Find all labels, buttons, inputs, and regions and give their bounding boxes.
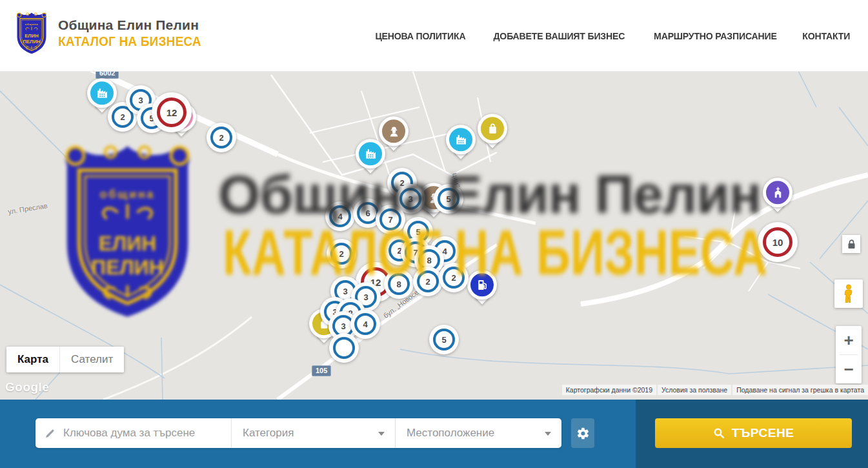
nav-item-add-business[interactable]: ДОБАВЕТЕ ВАШИЯТ БИЗНЕС xyxy=(493,30,625,41)
nav-item-pricing[interactable]: ЦЕНОВА ПОЛИТИКА xyxy=(376,30,466,41)
crest-line2: ПЕЛИН xyxy=(23,39,41,45)
cluster-count: 3 xyxy=(341,321,345,331)
search-panel: Категория Местоположение ТЪРСЕНЕ xyxy=(0,400,868,468)
cluster-count: 5 xyxy=(441,335,446,345)
factory-icon xyxy=(94,85,110,101)
cluster-count: 2 xyxy=(451,273,456,283)
cluster-count: 2 xyxy=(120,112,125,122)
church-pin-marker[interactable] xyxy=(763,178,792,215)
search-submit-button[interactable]: ТЪРСЕНЕ xyxy=(655,418,852,448)
cluster-count: 2 xyxy=(425,277,430,287)
cluster-count: 4 xyxy=(363,320,367,329)
factory-pin-marker[interactable] xyxy=(356,139,385,176)
fuel-pump-icon xyxy=(474,277,490,293)
location-dropdown[interactable]: Местоположение xyxy=(395,418,561,448)
nav-item-route-schedule[interactable]: МАРШРУТНО РАЗПИСАНИЕ xyxy=(654,30,777,41)
cluster-count: 3 xyxy=(363,292,368,302)
map-attribution: Картографски данни ©2019 Условия за полз… xyxy=(562,385,868,395)
map-cluster-marker[interactable]: 5 xyxy=(429,325,459,354)
factory-icon xyxy=(453,132,469,148)
factory-pin-marker[interactable] xyxy=(446,125,476,162)
cluster-count: 3 xyxy=(138,96,143,105)
cluster-count: 5 xyxy=(446,194,450,204)
cluster-count: 3 xyxy=(343,287,347,296)
map-cluster-marker[interactable]: 10 xyxy=(758,222,798,262)
cluster-count: 6 xyxy=(365,209,370,218)
map-cluster-marker[interactable]: 2 xyxy=(327,239,356,269)
cluster-count: 10 xyxy=(772,237,783,248)
fuel-pin-marker[interactable] xyxy=(467,270,497,307)
keyword-field-wrapper xyxy=(35,418,231,448)
cluster-count: 8 xyxy=(396,280,401,289)
google-map[interactable]: 6002105ул. Преславбул. „Новоселции" xyxy=(0,72,868,400)
map-type-satellite-button[interactable]: Сателит xyxy=(59,347,124,372)
category-dropdown-label: Категория xyxy=(243,427,294,440)
crest-line1: ЕЛИН xyxy=(25,33,38,39)
attribution-report-link[interactable]: Подаване на сигнал за грешка в картата xyxy=(732,385,868,395)
site-subtitle: КАТАЛОГ НА БИЗНЕСА xyxy=(58,34,201,49)
site-logo[interactable]: община ЕЛИН ПЕЛИН Община Елин Пелин КАТА… xyxy=(14,11,208,55)
zoom-control: + − xyxy=(836,326,862,383)
nav-item-contacts[interactable]: КОНТАКТИ xyxy=(803,30,851,41)
factory-icon xyxy=(363,146,379,162)
main-navigation: ЦЕНОВА ПОЛИТИКА ДОБАВЕТЕ ВАШИЯТ БИЗНЕС М… xyxy=(372,0,852,72)
cluster-count: 3 xyxy=(408,194,412,204)
map-cluster-marker[interactable]: 2 xyxy=(439,263,469,292)
cluster-count: 5 xyxy=(416,227,420,237)
fullscreen-lock-button[interactable] xyxy=(842,235,860,253)
map-cluster-marker[interactable]: 12 xyxy=(152,92,192,132)
gear-icon xyxy=(576,427,590,440)
search-form: Категория Местоположение xyxy=(35,418,561,448)
site-header: община ЕЛИН ПЕЛИН Община Елин Пелин КАТА… xyxy=(0,0,868,72)
construction-worker-icon xyxy=(386,123,402,139)
cluster-count: 7 xyxy=(388,215,392,225)
municipality-crest-logo: община ЕЛИН ПЕЛИН xyxy=(14,11,49,55)
site-title: Община Елин Пелин xyxy=(58,17,208,33)
attribution-terms-link[interactable]: Условия за ползване xyxy=(658,385,731,395)
zoom-out-button[interactable]: − xyxy=(836,355,862,383)
search-icon xyxy=(713,427,725,440)
church-icon xyxy=(770,185,786,201)
map-cluster-marker[interactable]: 2 xyxy=(207,123,236,152)
location-dropdown-label: Местоположение xyxy=(407,427,494,440)
zoom-in-button[interactable]: + xyxy=(836,326,862,354)
crest-top-word: община xyxy=(25,23,38,26)
crest-svg: община ЕЛИН ПЕЛИН xyxy=(14,11,49,55)
cluster-count: 12 xyxy=(167,107,177,118)
keyword-search-input[interactable] xyxy=(63,427,225,440)
shopping-bag-pin-marker[interactable] xyxy=(478,114,507,151)
map-cluster-marker[interactable]: 8 xyxy=(384,269,414,299)
attribution-copyright: Картографски данни ©2019 xyxy=(562,385,656,395)
shopping-bag-icon xyxy=(485,121,501,137)
map-cluster-marker[interactable]: 4 xyxy=(325,201,355,231)
cluster-count: 4 xyxy=(338,212,342,221)
google-logo[interactable]: Google xyxy=(5,380,49,394)
advanced-search-settings-button[interactable] xyxy=(571,418,594,448)
map-type-switcher: Карта Сателит xyxy=(6,347,124,372)
map-type-map-button[interactable]: Карта xyxy=(6,347,59,372)
search-button-label: ТЪРСЕНЕ xyxy=(732,426,794,440)
chevron-down-icon xyxy=(378,432,385,436)
pegman-icon xyxy=(842,284,856,303)
lock-icon xyxy=(847,239,856,249)
map-cluster-marker[interactable]: 7 xyxy=(376,205,405,234)
map-cluster-marker[interactable]: 5 xyxy=(434,184,463,214)
category-dropdown[interactable]: Категория xyxy=(231,418,395,448)
street-view-pegman-button[interactable] xyxy=(834,280,863,308)
cluster-count: 8 xyxy=(427,256,431,265)
cluster-count: 2 xyxy=(339,249,343,259)
map-cluster-marker[interactable]: 2 xyxy=(413,267,443,296)
map-cluster-marker[interactable] xyxy=(329,333,359,363)
cluster-count: 2 xyxy=(219,133,223,143)
map-markers-layer: 2 3 5 12 2 2 3 5 4 6 7 5 2 2 7 4 8 12 8 … xyxy=(0,72,868,400)
map-cluster-marker[interactable]: 4 xyxy=(350,309,380,339)
pencil-icon xyxy=(45,428,56,439)
chevron-down-icon xyxy=(545,432,551,436)
